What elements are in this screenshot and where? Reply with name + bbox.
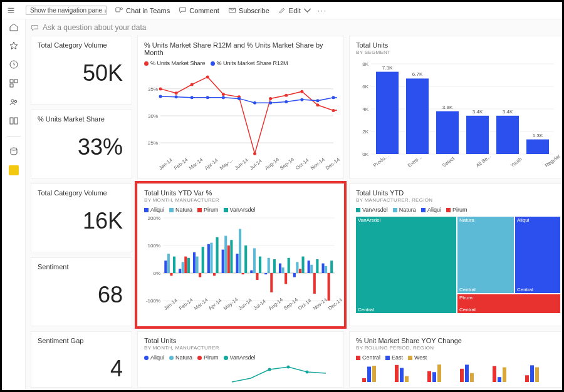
svg-rect-138: [498, 377, 501, 382]
svg-point-32: [175, 95, 178, 98]
svg-point-18: [159, 87, 162, 90]
kpi-category-volume-2[interactable]: Total Category Volume 16K: [31, 183, 132, 252]
x-axis: Jan-14Feb-14Mar-14Apr-14May-...Jun-14Jul…: [144, 167, 337, 178]
clock-icon[interactable]: [9, 59, 19, 70]
tree-node-natura[interactable]: NaturaCentral: [457, 217, 514, 293]
svg-rect-125: [362, 378, 366, 382]
svg-text:-100%: -100%: [146, 298, 160, 303]
tile-units-segment[interactable]: Total Units BY SEGMENT 0K2K4K6K8K7.3K6.7…: [349, 36, 562, 178]
kpi-title: Sentiment: [38, 263, 125, 271]
svg-rect-137: [493, 366, 496, 382]
svg-point-1: [120, 8, 122, 9]
svg-rect-119: [466, 116, 489, 154]
menu-icon[interactable]: [7, 6, 15, 14]
workspace-icon[interactable]: [9, 116, 19, 126]
powerbi-icon[interactable]: [9, 165, 19, 175]
tile-subtitle: BY SEGMENT: [356, 49, 555, 55]
legend-item: VanArsdel: [230, 207, 256, 213]
svg-point-20: [191, 83, 194, 86]
svg-rect-66: [213, 273, 216, 276]
svg-rect-89: [296, 262, 298, 273]
qa-placeholder: Ask a question about your data: [43, 23, 146, 32]
svg-point-27: [300, 90, 303, 93]
treemap: VanArsdelCentral NaturaCentral AliquiCen…: [356, 217, 555, 313]
svg-rect-67: [216, 237, 218, 273]
svg-point-11: [11, 148, 17, 150]
svg-rect-135: [465, 364, 469, 382]
svg-rect-136: [470, 373, 474, 382]
svg-rect-55: [173, 257, 175, 273]
tree-node-pirum[interactable]: PirumCentral: [457, 294, 560, 313]
left-nav: [2, 19, 26, 390]
tree-node-vanarsdel[interactable]: VanArsdelCentral: [356, 217, 456, 313]
legend-item: Pirum: [204, 354, 219, 361]
star-icon[interactable]: [9, 41, 19, 51]
svg-point-40: [300, 98, 303, 101]
svg-rect-9: [10, 118, 13, 124]
tile-share-trend[interactable]: % Units Market Share R12M and % Units Ma…: [137, 36, 344, 178]
svg-rect-139: [503, 368, 506, 382]
tile-subtitle: BY MONTH, MANUFACTURER: [144, 345, 337, 351]
svg-rect-95: [316, 259, 318, 273]
svg-rect-123: [526, 140, 549, 154]
tile-yoy[interactable]: % Unit Market Share YOY Change BY ROLLIN…: [349, 331, 562, 388]
tile-ytd-var[interactable]: Total Units YTD Var % BY MONTH, MANUFACT…: [137, 183, 344, 326]
legend-item: VanArsdel: [362, 207, 388, 213]
kpi-market-share[interactable]: % Units Market Share 33%: [31, 110, 132, 178]
legend-item: % Units Market Share: [150, 60, 206, 66]
svg-point-35: [222, 96, 225, 99]
svg-rect-113: [376, 72, 399, 154]
subscribe-button[interactable]: Subscribe: [228, 6, 269, 14]
chevron-down-icon: [303, 6, 311, 14]
svg-rect-60: [193, 252, 196, 273]
kpi-category-volume[interactable]: Total Category Volume 50K: [31, 36, 132, 105]
svg-rect-92: [308, 260, 310, 273]
svg-rect-128: [395, 365, 399, 382]
svg-rect-88: [293, 273, 296, 277]
svg-point-29: [332, 109, 335, 112]
tile-total-units-mfr[interactable]: Total Units BY MONTH, MANUFACTURER Aliqu…: [137, 331, 344, 388]
svg-point-100: [268, 368, 271, 371]
svg-rect-132: [432, 372, 436, 382]
svg-text:0K: 0K: [362, 152, 368, 157]
svg-point-42: [332, 96, 335, 99]
more-button[interactable]: ···: [318, 7, 327, 14]
qa-input[interactable]: Ask a question about your data: [31, 23, 557, 32]
svg-rect-82: [270, 273, 273, 292]
legend-item: East: [392, 354, 403, 361]
svg-rect-61: [196, 257, 199, 273]
people-icon[interactable]: [9, 97, 19, 107]
svg-text:25%: 25%: [148, 140, 158, 146]
tile-ytd-tree[interactable]: Total Units YTD BY MANUFACTURER, REGION …: [349, 183, 562, 326]
svg-rect-65: [210, 243, 212, 273]
kpi-title: Total Category Volume: [38, 41, 125, 49]
svg-rect-79: [259, 257, 261, 273]
legend: Aliqui Natura Pirum VanArsdel: [144, 354, 337, 361]
svg-rect-93: [310, 265, 313, 273]
svg-rect-117: [436, 111, 459, 154]
svg-rect-53: [167, 254, 170, 273]
data-icon[interactable]: [9, 147, 19, 157]
svg-rect-126: [367, 366, 371, 382]
home-icon[interactable]: [9, 22, 19, 32]
chat-teams-button[interactable]: Chat in Teams: [115, 6, 170, 14]
svg-rect-56: [179, 269, 181, 273]
svg-rect-91: [301, 257, 304, 273]
svg-rect-76: [250, 271, 253, 273]
svg-text:35%: 35%: [148, 86, 158, 92]
kpi-sentiment-gap[interactable]: Sentiment Gap 4: [31, 331, 132, 388]
comment-button[interactable]: Comment: [179, 6, 219, 14]
svg-text:3.4K: 3.4K: [503, 109, 513, 115]
svg-rect-86: [285, 273, 287, 284]
svg-rect-141: [530, 365, 534, 382]
svg-point-102: [306, 371, 309, 374]
apps-icon[interactable]: [9, 78, 19, 88]
svg-point-19: [175, 91, 178, 95]
svg-point-25: [269, 97, 272, 100]
legend-item: Aliqui: [150, 354, 164, 361]
edit-button[interactable]: Edit: [278, 6, 311, 14]
kpi-sentiment[interactable]: Sentiment 68: [31, 257, 132, 326]
tree-node-aliqui[interactable]: AliquiCentral: [515, 217, 560, 293]
svg-point-8: [14, 100, 17, 103]
x-axis: Jan-14Feb-14Mar-14Apr-14May-14Jun-14Jul-…: [144, 307, 337, 318]
